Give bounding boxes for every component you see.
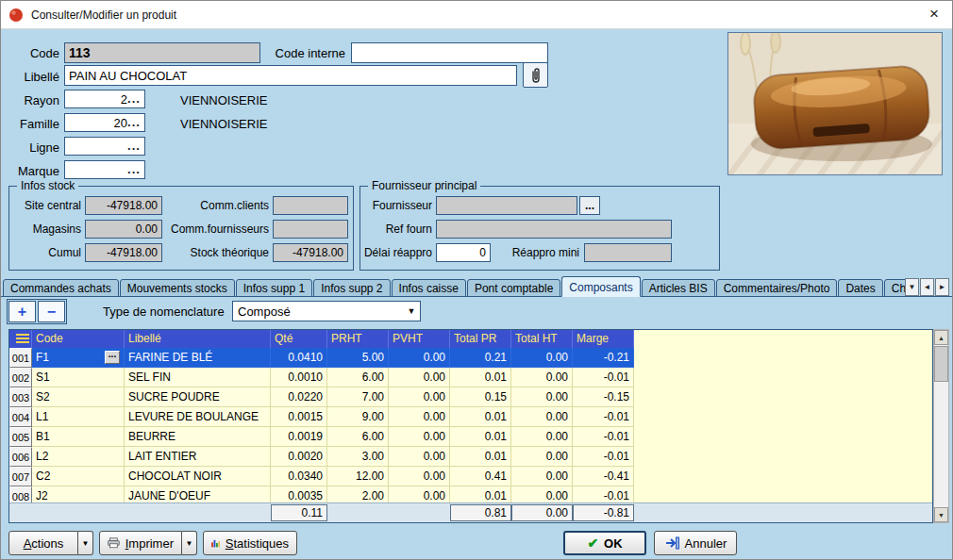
rayon-browse-icon[interactable]: ... [127, 94, 141, 104]
attachment-button[interactable] [523, 62, 548, 88]
cell-pvht: 0.00 [389, 467, 450, 486]
header-grid-cell[interactable] [9, 330, 32, 348]
cell-qte: 0.0340 [271, 467, 327, 486]
table-row[interactable]: 005 B1 BEURRE 0.0019 6.00 0.00 0.01 0.00… [9, 427, 634, 447]
famille-name: VIENNOISERIE [180, 117, 267, 131]
famille-field[interactable]: 20 ... [64, 113, 145, 132]
cell-code: L2 [32, 447, 125, 467]
code-field[interactable]: 113 [64, 42, 260, 63]
actions-button[interactable]: Actions [8, 531, 78, 555]
cell-prht: 2.00 [327, 486, 389, 502]
cell-prht: 6.00 [327, 368, 389, 387]
remove-component-button[interactable]: − [38, 301, 65, 322]
table-row[interactable]: 002 S1 SEL FIN 0.0010 6.00 0.00 0.01 0.0… [9, 368, 634, 387]
marque-browse-icon[interactable]: ... [127, 165, 141, 174]
cell-qte: 0.0035 [271, 486, 327, 502]
tab-scroll-left-icon[interactable]: ◄ [920, 278, 934, 296]
famille-browse-icon[interactable]: ... [127, 118, 141, 127]
browse-button[interactable]: ... [105, 351, 120, 364]
header-libelle[interactable]: Libellé [125, 330, 271, 348]
actions-dropdown-icon[interactable]: ▼ [78, 531, 93, 555]
table-row[interactable]: 004 L1 LEVURE DE BOULANGE 0.0015 9.00 0.… [9, 407, 634, 427]
cell-pvht: 0.00 [389, 427, 450, 447]
comm-clients-label: Comm.clients [160, 199, 269, 212]
tab-infos-supp-1[interactable]: Infos supp 1 [236, 279, 312, 297]
marque-field[interactable]: ... [64, 160, 145, 179]
code-interne-field[interactable] [351, 42, 548, 63]
cell-qte: 0.0019 [271, 427, 327, 447]
header-filler [634, 330, 932, 348]
scrollbar-thumb[interactable] [934, 346, 948, 382]
ligne-field[interactable]: ... [64, 137, 145, 156]
tab-composants[interactable]: Composants [561, 276, 640, 297]
statistiques-button[interactable]: Statistiques [203, 531, 297, 555]
ligne-browse-icon[interactable]: ... [127, 141, 141, 151]
tab-mouvements-stocks[interactable]: Mouvements stocks [120, 279, 235, 297]
header-marge[interactable]: Marge [573, 330, 634, 348]
table-row[interactable]: 001 F1... FARINE DE BLÉ 0.0410 5.00 0.00… [9, 348, 634, 368]
stock-theorique-field: -47918.00 [273, 243, 348, 262]
annuler-button[interactable]: Annuler [654, 531, 737, 555]
table-row[interactable]: 003 S2 SUCRE POUDRE 0.0220 7.00 0.00 0.1… [9, 387, 634, 407]
famille-label: Famille [8, 117, 59, 131]
cell-prht: 9.00 [327, 407, 389, 427]
tab-commandes-achats[interactable]: Commandes achats [3, 279, 119, 297]
scroll-up-icon[interactable]: ▲ [934, 330, 948, 345]
site-central-label: Site central [11, 199, 81, 212]
ref-fourn-field[interactable] [436, 220, 672, 239]
libelle-field[interactable]: PAIN AU CHOCOLAT [64, 65, 517, 86]
magasins-field: 0.00 [85, 220, 162, 239]
cell-qte: 0.0010 [271, 368, 327, 387]
row-number: 003 [9, 387, 32, 407]
imprimer-button[interactable]: Imprimer [99, 531, 182, 555]
close-icon[interactable]: × [929, 5, 939, 24]
tab-infos-caisse[interactable]: Infos caisse [392, 279, 466, 297]
table-row[interactable]: 008 J2 JAUNE D'OEUF 0.0035 2.00 0.00 0.0… [9, 486, 634, 502]
header-code[interactable]: Code [32, 330, 125, 348]
fournisseur-field[interactable] [436, 196, 577, 215]
header-total-pr[interactable]: Total PR [450, 330, 511, 348]
cumul-label: Cumul [11, 246, 81, 259]
rayon-field[interactable]: 2 ... [64, 90, 145, 108]
imprimer-dropdown-icon[interactable]: ▼ [182, 531, 197, 555]
ok-button[interactable]: ✔ OK [563, 531, 646, 555]
cell-libelle: LEVURE DE BOULANGE [125, 407, 271, 427]
tab-pont-comptable[interactable]: Pont comptable [467, 279, 560, 297]
cell-marge: -0.21 [573, 348, 634, 368]
row-number: 007 [9, 467, 32, 486]
code-interne-label: Code interne [268, 46, 345, 60]
header-total-ht[interactable]: Total HT [511, 330, 573, 348]
nomenclature-label: Type de nomenclature [103, 305, 225, 319]
cell-qte: 0.0220 [271, 387, 327, 407]
row-number: 005 [9, 427, 32, 447]
table-scrollbar[interactable]: ▲ ▼ [933, 329, 949, 523]
reappro-mini-field[interactable] [584, 243, 672, 262]
tab-list-icon[interactable]: ▼ [905, 278, 919, 296]
table-row[interactable]: 006 L2 LAIT ENTIER 0.0020 3.00 0.00 0.01… [9, 447, 634, 467]
tab-infos-supp-2[interactable]: Infos supp 2 [313, 279, 390, 297]
nomenclature-select[interactable]: Composé ▼ [232, 301, 421, 321]
scroll-down-icon[interactable]: ▼ [934, 507, 948, 522]
cell-code: F1... [32, 348, 125, 368]
fournisseur-browse-button[interactable]: ... [579, 196, 600, 215]
add-component-button[interactable]: + [8, 301, 36, 322]
header-prht[interactable]: PRHT [327, 330, 389, 348]
tab-champs[interactable]: Cham [884, 279, 907, 297]
window-title: Consulter/Modifier un produit [31, 8, 176, 22]
fournisseur-label: Fournisseur [362, 199, 432, 212]
tab-articles-bis[interactable]: Articles BIS [642, 279, 715, 297]
header-qte[interactable]: Qté [271, 330, 327, 348]
cell-total-pr: 0.15 [450, 387, 511, 407]
table-row[interactable]: 007 C2 CHOCOLAT NOIR 0.0340 12.00 0.00 0… [9, 467, 634, 486]
row-number: 001 [9, 348, 32, 368]
header-pvht[interactable]: PVHT [389, 330, 450, 348]
totals-row: 0.11 0.81 0.00 -0.81 [9, 502, 932, 522]
tab-scroll-right-icon[interactable]: ► [935, 278, 949, 296]
cell-libelle: FARINE DE BLÉ [125, 348, 271, 368]
cell-total-pr: 0.41 [450, 467, 511, 486]
total-qte: 0.11 [271, 504, 327, 521]
tab-dates[interactable]: Dates [838, 279, 882, 297]
delai-reappro-field[interactable]: 0 [436, 243, 491, 262]
add-remove-group: + − [7, 299, 67, 324]
tab-commentaires-photo[interactable]: Commentaires/Photo [716, 279, 838, 297]
